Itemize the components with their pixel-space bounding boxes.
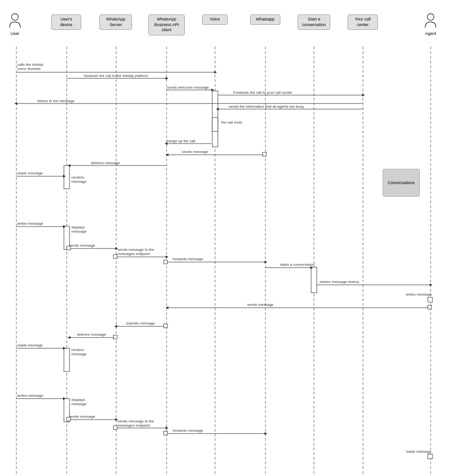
svg-marker-26: [211, 89, 214, 91]
svg-text:calls the Infobip: calls the Infobip: [17, 62, 43, 67]
svg-marker-50: [63, 175, 66, 178]
svg-marker-32: [14, 102, 17, 105]
svg-marker-46: [68, 164, 70, 167]
svg-rect-90: [113, 335, 117, 339]
svg-text:Forwards the call to your call: Forwards the call to your call center: [233, 90, 293, 95]
svg-text:listens to the message: listens to the message: [37, 99, 75, 103]
svg-marker-65: [166, 255, 168, 258]
actor-user-device: User'sdevice: [51, 13, 81, 30]
svg-marker-98: [63, 397, 66, 400]
svg-marker-80: [166, 306, 168, 309]
svg-text:message: message: [71, 179, 87, 184]
agent-label: Agent: [425, 31, 436, 36]
svg-rect-113: [164, 431, 167, 435]
svg-text:displays: displays: [71, 225, 85, 229]
user-label: User: [10, 31, 19, 36]
svg-rect-44: [263, 152, 266, 156]
svg-rect-115: [428, 454, 432, 459]
svg-text:delivers message: delivers message: [77, 332, 106, 337]
svg-rect-70: [164, 260, 167, 264]
whatsapp-server-label: WhatsAppServer: [99, 14, 132, 30]
svg-text:message: message: [71, 229, 87, 234]
svg-marker-35: [216, 108, 219, 110]
user-icon: [7, 13, 23, 29]
actor-user: User: [7, 13, 23, 36]
svg-rect-15: [64, 348, 70, 372]
svg-text:sends message: sends message: [182, 150, 209, 154]
svg-text:shares message history: shares message history: [320, 280, 359, 284]
actor-voice: Voice: [202, 13, 228, 25]
call-center-label: Your callcenter: [348, 14, 378, 30]
svg-text:forwards message: forwards message: [173, 257, 203, 261]
svg-marker-39: [165, 142, 167, 145]
actor-whatsapp: Whatsapp: [250, 13, 280, 25]
svg-text:sends message to the: sends message to the: [118, 248, 154, 252]
svg-text:writes message: writes message: [17, 221, 43, 226]
svg-text:starts a conversation: starts a conversation: [280, 262, 314, 267]
actor-whatsapp-server: WhatsAppServer: [99, 13, 132, 30]
svg-marker-73: [310, 266, 313, 269]
svg-text:displays: displays: [71, 398, 85, 402]
svg-marker-23: [166, 77, 168, 80]
sequence-svg: calls the Infobip Voice Number forwards …: [0, 0, 453, 476]
svg-text:message: message: [71, 352, 87, 356]
svg-text:the call ends: the call ends: [221, 120, 242, 124]
svg-marker-69: [265, 261, 267, 263]
start-conv-label: Start aconversation: [298, 14, 330, 30]
svg-rect-82: [428, 305, 432, 309]
svg-text:forwards the call to the Infob: forwards the call to the Infobip platfor…: [84, 74, 148, 78]
svg-marker-42: [166, 153, 168, 156]
svg-text:sends welcome message: sends welcome message: [167, 85, 209, 90]
conversations-box: Conversations: [383, 169, 420, 197]
svg-text:messages endpoint: messages endpoint: [118, 252, 150, 256]
svg-rect-17: [311, 267, 317, 293]
svg-text:writes message: writes message: [17, 393, 43, 398]
svg-rect-61: [67, 246, 70, 250]
svg-rect-13: [64, 166, 70, 189]
svg-rect-14: [64, 226, 70, 249]
svg-text:reads message: reads message: [17, 171, 43, 175]
svg-marker-60: [115, 247, 118, 250]
svg-text:Voice Number: Voice Number: [17, 67, 41, 71]
svg-rect-86: [164, 324, 167, 328]
wa-business-label: WhatsAppBusiness APIclient: [148, 14, 185, 35]
svg-text:sends the information that all: sends the information that all agents ar…: [229, 104, 304, 109]
voice-label: Voice: [202, 14, 228, 25]
svg-rect-16: [64, 399, 70, 422]
svg-marker-21: [214, 71, 217, 74]
actor-start-conv: Start aconversation: [298, 13, 330, 30]
actor-agent: Agent: [422, 13, 439, 36]
svg-text:forwards message: forwards message: [173, 428, 203, 433]
svg-marker-55: [63, 225, 66, 228]
svg-text:message: message: [71, 402, 87, 406]
svg-rect-78: [428, 297, 432, 302]
svg-marker-76: [430, 283, 432, 286]
svg-marker-103: [115, 418, 118, 421]
svg-rect-66: [113, 255, 117, 258]
svg-rect-109: [113, 426, 117, 429]
svg-text:writes message: writes message: [405, 292, 432, 297]
agent-icon: [422, 13, 439, 29]
svg-rect-104: [67, 417, 70, 421]
user-device-label: User'sdevice: [51, 14, 81, 30]
svg-marker-108: [166, 427, 168, 429]
svg-point-0: [12, 14, 18, 20]
actor-call-center: Your callcenter: [348, 13, 378, 30]
svg-text:renders: renders: [71, 175, 84, 179]
actor-wa-business: WhatsAppBusiness APIclient: [148, 13, 185, 35]
svg-text:sends message to the: sends message to the: [118, 419, 154, 423]
svg-rect-11: [212, 91, 218, 147]
svg-marker-29: [362, 94, 365, 97]
svg-marker-84: [114, 325, 117, 328]
svg-text:reads message: reads message: [17, 343, 43, 347]
svg-marker-88: [68, 336, 70, 339]
svg-text:reads message: reads message: [406, 449, 432, 454]
svg-point-1: [427, 14, 434, 20]
svg-text:sends message: sends message: [69, 243, 96, 248]
svg-text:renders: renders: [71, 348, 84, 352]
svg-text:messages endpoint: messages endpoint: [118, 423, 150, 428]
whatsapp-label: Whatsapp: [250, 14, 280, 25]
svg-text:submits message: submits message: [126, 321, 155, 325]
svg-text:sends message: sends message: [69, 414, 96, 419]
svg-text:hangs up the call: hangs up the call: [167, 139, 195, 143]
